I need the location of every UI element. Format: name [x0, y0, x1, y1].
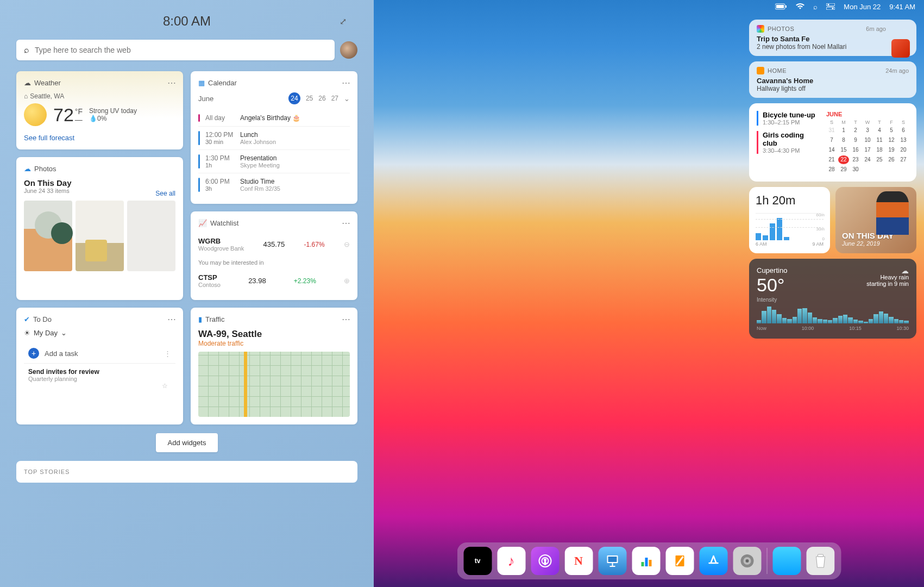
traffic-icon: ▮ [198, 315, 202, 323]
menu-bar: ⌕ Mon Jun 22 9:41 AM [374, 0, 924, 13]
battery-icon[interactable] [775, 3, 787, 10]
dock-app-podcasts[interactable] [531, 547, 559, 575]
wifi-icon[interactable] [796, 3, 804, 10]
photos-app-icon [757, 25, 764, 33]
macos-desktop: ⌕ Mon Jun 22 9:41 AM PHOTOS6m ago Trip t… [374, 0, 924, 587]
screentime-widget[interactable]: 1h 20m 60m 30m 0 6 AM9 AM [749, 187, 830, 253]
dock-app-tv[interactable]: tv [463, 547, 492, 575]
widget-menu-icon[interactable]: ⋯ [167, 78, 177, 88]
svg-rect-5 [826, 7, 835, 10]
svg-point-4 [828, 4, 829, 5]
top-stories-header: TOP STORIES [16, 461, 357, 483]
photos-strip[interactable] [24, 201, 175, 271]
photos-icon: ☁ [24, 165, 31, 173]
chevron-down-icon: ⌄ [61, 329, 67, 337]
weather-widget[interactable]: ☁Weather ⋯ ⌂Seattle, WA 72°F— Strong UV … [16, 71, 183, 149]
sun-icon [24, 103, 47, 126]
svg-rect-3 [826, 3, 835, 6]
svg-point-6 [832, 8, 834, 9]
calendar-event[interactable]: All dayAngela's Birthday 🎂 [198, 110, 350, 126]
stock-row[interactable]: CTSPContoso 23.98 +2.23% ⊕ [198, 269, 350, 292]
control-center-icon[interactable] [826, 3, 835, 10]
stocks-icon: 📈 [198, 219, 207, 227]
photo-thumb[interactable] [76, 201, 124, 271]
svg-rect-10 [544, 561, 546, 565]
calendar-day-strip[interactable]: 24 25 26 27 ⌄ [288, 92, 350, 104]
notification-center: PHOTOS6m ago Trip to Santa Fe 2 new phot… [749, 20, 916, 339]
svg-rect-22 [818, 554, 823, 557]
widget-menu-icon[interactable]: ⋯ [342, 218, 351, 228]
widgets-time: 8:00 AM [163, 14, 211, 29]
widget-menu-icon[interactable]: ⋯ [342, 314, 351, 324]
dock-app-news[interactable]: N [564, 547, 593, 575]
svg-rect-15 [641, 562, 644, 566]
spotlight-icon[interactable]: ⌕ [813, 3, 818, 11]
my-day-dropdown[interactable]: ☀My Day⌄ [24, 329, 175, 337]
add-icon[interactable]: ⊕ [344, 277, 350, 285]
see-all-link[interactable]: See all [155, 190, 175, 197]
search-input[interactable] [35, 46, 327, 54]
star-icon[interactable]: ☆ [162, 382, 168, 390]
rain-intensity-chart [757, 305, 909, 323]
svg-rect-16 [645, 558, 648, 566]
home-icon: ⌂ [24, 92, 28, 100]
person-photo [876, 191, 909, 235]
weather-icon: ☁ [24, 79, 31, 87]
dock-app-music[interactable]: ♪ [497, 547, 525, 575]
cloud-icon: ☁ [901, 266, 909, 275]
photos-widget[interactable]: ☁Photos On This Day June 24 33 items See… [16, 157, 183, 300]
expand-icon[interactable]: ⤢ [340, 16, 347, 27]
todo-widget[interactable]: ✔To Do ⋯ ☀My Day⌄ +Add a task⋮ Send invi… [16, 308, 183, 424]
dock-app-pages[interactable] [665, 547, 694, 575]
svg-rect-1 [776, 5, 784, 8]
weather-widget-mac[interactable]: ☁ Cupertino 50° Heavy rainstarting in 9 … [749, 259, 916, 339]
calendar-event[interactable]: 1:30 PM1hPresentationSkype Meeting [198, 149, 350, 173]
photos-memory-widget[interactable]: ON THIS DAY June 22, 2019 [835, 187, 916, 253]
task-item[interactable]: Send invites for review Quarterly planni… [24, 364, 175, 386]
notification-thumbnail [891, 39, 910, 58]
dock-app-keynote[interactable] [598, 547, 626, 575]
notification-home[interactable]: HOME24m ago Cavanna's Home Hallway light… [749, 61, 916, 98]
traffic-widget[interactable]: ▮Traffic ⋯ WA-99, Seattle Moderate traff… [191, 308, 357, 424]
search-icon: ⌕ [24, 45, 29, 55]
widgets-header: 8:00 AM [16, 11, 357, 32]
search-row: ⌕ [16, 40, 357, 60]
stock-row[interactable]: WGRBWoodgrove Bank 435.75 -1.67% ⊖ [198, 233, 350, 256]
search-box[interactable]: ⌕ [16, 40, 335, 60]
remove-icon[interactable]: ⊖ [344, 240, 350, 248]
sun-icon: ☀ [24, 329, 30, 337]
svg-point-9 [544, 559, 546, 561]
calendar-widget-mac[interactable]: Bicycle tune-up1:30–2:15 PM Girls coding… [749, 103, 916, 182]
watchlist-widget[interactable]: 📈Watchlist ⋯ WGRBWoodgrove Bank 435.75 -… [191, 211, 357, 300]
windows-widgets-panel: ⤢ 8:00 AM ⌕ ☁Weather ⋯ ⌂Seattle, WA 72°F… [0, 0, 374, 587]
menubar-date[interactable]: Mon Jun 22 [844, 3, 881, 11]
forecast-link[interactable]: See full forecast [24, 134, 175, 142]
add-task-row[interactable]: +Add a task⋮ [24, 344, 175, 364]
notification-photos[interactable]: PHOTOS6m ago Trip to Santa Fe 2 new phot… [749, 20, 916, 56]
dock-app-finder[interactable] [772, 547, 801, 575]
dock-separator [766, 548, 767, 574]
more-icon[interactable]: ⋮ [164, 349, 171, 358]
calendar-widget[interactable]: ▦Calendar ⋯ June 24 25 26 27 ⌄ All dayAn… [191, 71, 357, 204]
widget-menu-icon[interactable]: ⋯ [342, 78, 351, 88]
home-app-icon [757, 67, 764, 74]
svg-rect-2 [785, 5, 787, 8]
photo-thumb[interactable] [127, 201, 175, 271]
calendar-icon: ▦ [198, 79, 205, 87]
svg-rect-12 [608, 557, 617, 562]
add-widgets-button[interactable]: Add widgets [156, 433, 218, 452]
photo-thumb[interactable] [24, 201, 72, 271]
calendar-event[interactable]: 6:00 PM3hStudio TimeConf Rm 32/35 [198, 173, 350, 196]
user-avatar[interactable] [340, 41, 357, 59]
dock: tv ♪ N [457, 542, 841, 579]
dock-trash[interactable] [806, 547, 834, 575]
calendar-event[interactable]: 12:00 PM30 minLunchAlex Johnson [198, 126, 350, 149]
screentime-chart: 60m 30m 0 [756, 213, 824, 240]
dock-app-appstore[interactable] [699, 547, 727, 575]
chevron-down-icon[interactable]: ⌄ [344, 95, 350, 103]
menubar-time[interactable]: 9:41 AM [889, 3, 915, 11]
dock-app-numbers[interactable] [632, 547, 660, 575]
traffic-map[interactable] [198, 352, 350, 417]
dock-app-settings[interactable] [733, 547, 761, 575]
widget-menu-icon[interactable]: ⋯ [167, 314, 177, 324]
